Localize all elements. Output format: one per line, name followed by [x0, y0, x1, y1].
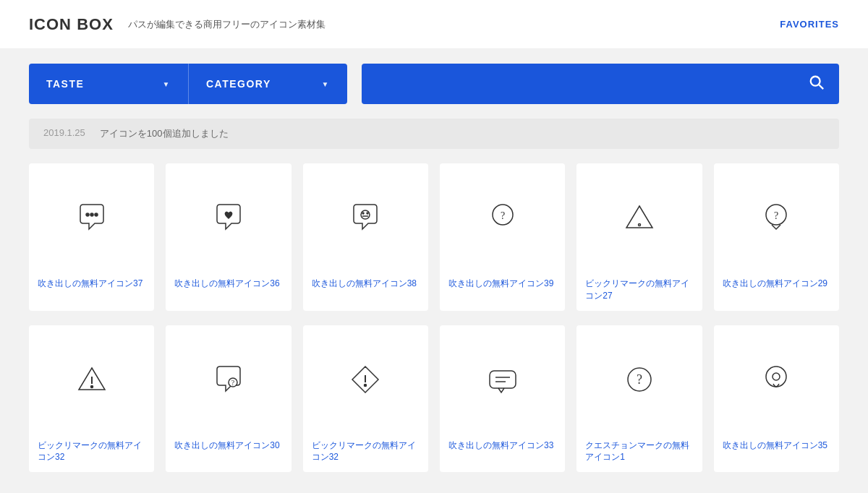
icon-preview: [440, 325, 565, 434]
svg-point-8: [367, 213, 368, 214]
favorites-link[interactable]: FAVORITES: [780, 19, 839, 30]
notice-date: 2019.1.25: [43, 127, 85, 140]
svg-text:?: ?: [231, 379, 235, 387]
svg-point-12: [638, 224, 640, 226]
icon-preview: [29, 325, 154, 434]
category-label: CATEGORY: [206, 78, 271, 90]
svg-point-0: [811, 76, 820, 85]
list-item[interactable]: 吹き出しの無料アイコン35: [714, 325, 839, 473]
icon-label: ビックリマークの無料アイコン27: [576, 272, 702, 311]
icon-label: 吹き出しの無料アイコン35: [714, 434, 839, 460]
diamond-exclaim-icon: [348, 362, 383, 397]
svg-text:?: ?: [774, 210, 778, 221]
chat-question2-icon: ? ?: [211, 362, 246, 397]
list-item[interactable]: ビックリマークの無料アイコン32: [29, 325, 154, 473]
logo[interactable]: ICON BOX: [29, 15, 114, 34]
list-item[interactable]: ビックリマークの無料アイコン32: [303, 325, 428, 473]
taste-label: TASTE: [46, 78, 84, 90]
chat-pin-icon: [759, 362, 793, 397]
svg-point-28: [773, 373, 780, 380]
svg-point-7: [362, 213, 364, 214]
icon-label: ビックリマークの無料アイコン32: [29, 434, 154, 473]
icon-preview: [166, 163, 291, 272]
icon-label: 吹き出しの無料アイコン38: [303, 272, 428, 299]
icon-preview: [714, 325, 839, 434]
circle-question-icon: ?: [622, 362, 657, 397]
icon-label: 吹き出しの無料アイコン37: [29, 272, 154, 299]
taste-button[interactable]: TASTE ▼: [29, 64, 188, 104]
icon-label: ビックリマークの無料アイコン32: [303, 434, 428, 473]
svg-rect-22: [490, 371, 516, 388]
svg-point-21: [365, 384, 367, 386]
notice-bar: 2019.1.25 アイコンを100個追加しました: [29, 119, 839, 149]
search-button[interactable]: [809, 74, 825, 94]
notice-message: アイコンを100個追加しました: [100, 127, 229, 140]
chat-dots-icon: [75, 200, 109, 235]
svg-point-16: [90, 385, 93, 387]
icon-preview: ? ?: [166, 325, 291, 434]
tagline: パスが編集できる商用フリーのアイコン素材集: [128, 18, 326, 31]
list-item[interactable]: ? クエスチョンマークの無料アイコン1: [576, 325, 702, 473]
svg-point-3: [90, 213, 93, 216]
svg-line-1: [819, 85, 823, 89]
icon-grid-row2: ビックリマークの無料アイコン32 ? ? 吹き出しの無料アイコン30 ビックリマ…: [0, 325, 868, 487]
svg-point-5: [361, 210, 370, 219]
icon-label: 吹き出しの無料アイコン39: [440, 272, 565, 299]
svg-text:?: ?: [501, 210, 505, 221]
icon-preview: [303, 163, 428, 272]
logo-text: ICON BOX: [29, 15, 114, 33]
taste-chevron-icon: ▼: [163, 80, 171, 88]
search-bar: [362, 64, 839, 104]
icon-label: クエスチョンマークの無料アイコン1: [576, 434, 702, 473]
search-icon: [809, 74, 825, 90]
list-item[interactable]: ? 吹き出しの無料アイコン39: [440, 163, 565, 311]
icon-preview: ?: [714, 163, 839, 272]
svg-point-4: [95, 213, 98, 216]
header-left: ICON BOX パスが編集できる商用フリーのアイコン素材集: [29, 15, 326, 34]
category-chevron-icon: ▼: [322, 80, 330, 88]
chat-question-bubble-icon: ?: [759, 200, 793, 235]
chat-question-circle-icon: ?: [485, 200, 520, 235]
triangle-exclaim-outline-icon: [75, 362, 109, 397]
chat-flat-icon: [485, 362, 520, 397]
icon-preview: [576, 163, 702, 272]
list-item[interactable]: 吹き出しの無料アイコン38: [303, 163, 428, 311]
icon-grid-row1: 吹き出しの無料アイコン37 吹き出しの無料アイコン36 吹き出しの無料アイコン3…: [0, 149, 868, 325]
icon-label: 吹き出しの無料アイコン36: [166, 272, 291, 299]
list-item[interactable]: ビックリマークの無料アイコン27: [576, 163, 702, 311]
svg-text:?: ?: [637, 372, 642, 387]
icon-preview: [303, 325, 428, 434]
icon-preview: [29, 163, 154, 272]
icon-label: 吹き出しの無料アイコン30: [166, 434, 291, 460]
icon-label: 吹き出しの無料アイコン29: [714, 272, 839, 299]
list-item[interactable]: ? ? 吹き出しの無料アイコン30: [166, 325, 291, 473]
chat-heart-icon: [211, 200, 246, 235]
filter-bar: TASTE ▼ CATEGORY ▼: [0, 49, 868, 119]
icon-label: 吹き出しの無料アイコン33: [440, 434, 565, 460]
header: ICON BOX パスが編集できる商用フリーのアイコン素材集 FAVORITES: [0, 0, 868, 49]
list-item[interactable]: ? 吹き出しの無料アイコン29: [714, 163, 839, 311]
list-item[interactable]: 吹き出しの無料アイコン37: [29, 163, 154, 311]
list-item[interactable]: 吹き出しの無料アイコン33: [440, 325, 565, 473]
svg-point-27: [766, 366, 786, 387]
list-item[interactable]: 吹き出しの無料アイコン36: [166, 163, 291, 311]
icon-preview: ?: [576, 325, 702, 434]
triangle-exclaim-icon: [622, 200, 657, 235]
svg-point-2: [86, 213, 89, 216]
chat-minus-icon: [348, 200, 383, 235]
icon-preview: ?: [440, 163, 565, 272]
category-button[interactable]: CATEGORY ▼: [188, 64, 347, 104]
